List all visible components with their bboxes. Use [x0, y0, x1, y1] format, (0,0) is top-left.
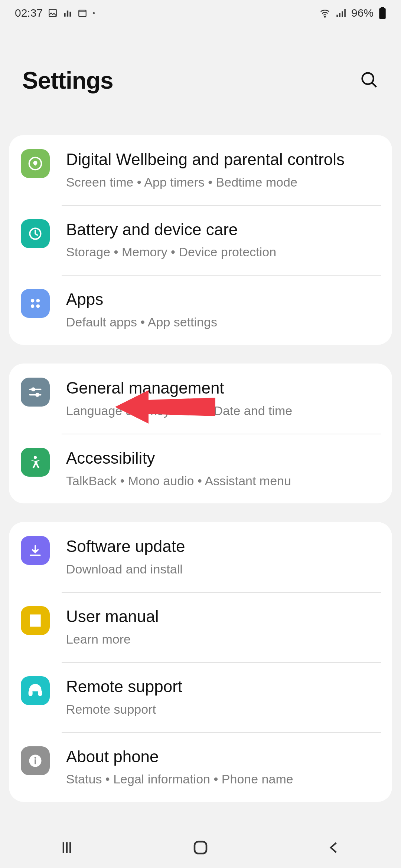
search-icon	[359, 70, 379, 89]
page-title: Settings	[22, 67, 113, 94]
svg-rect-29	[35, 759, 36, 764]
picture-icon	[48, 8, 58, 18]
row-title: General management	[66, 378, 381, 398]
settings-row-apps[interactable]: AppsDefault apps • App settings	[9, 275, 392, 345]
svg-rect-9	[344, 9, 346, 17]
svg-point-12	[362, 73, 374, 84]
row-body: Software updateDownload and install	[66, 536, 381, 578]
row-body: AppsDefault apps • App settings	[66, 289, 381, 331]
settings-row-accessibility[interactable]: AccessibilityTalkBack • Mono audio • Ass…	[9, 434, 392, 504]
search-button[interactable]	[359, 70, 379, 91]
row-title: Digital Wellbeing and parental controls	[66, 150, 381, 170]
row-subtitle: Status • Legal information • Phone name	[66, 771, 381, 788]
svg-rect-0	[49, 9, 56, 17]
svg-point-16	[31, 299, 35, 303]
svg-rect-35	[195, 842, 206, 854]
status-bar: 02:37 • 96%	[0, 0, 401, 26]
home-icon	[192, 839, 209, 857]
settings-list: Digital Wellbeing and parental controlsS…	[0, 135, 401, 802]
row-body: General managementLanguage and keyboard …	[66, 378, 381, 420]
row-title: Software update	[66, 537, 381, 556]
svg-rect-3	[69, 12, 71, 17]
svg-rect-11	[379, 8, 385, 19]
row-subtitle: Download and install	[66, 561, 381, 578]
status-left: 02:37 •	[15, 7, 95, 19]
svg-rect-2	[67, 11, 68, 17]
accessibility-icon	[21, 448, 50, 477]
svg-point-30	[35, 757, 36, 759]
support-icon	[21, 676, 50, 705]
svg-point-23	[36, 394, 39, 396]
row-title: Apps	[66, 290, 381, 309]
settings-group: Software updateDownload and install?User…	[9, 522, 392, 802]
recents-icon	[59, 839, 75, 856]
row-subtitle: Language and keyboard • Date and time	[66, 402, 381, 420]
svg-rect-26	[29, 691, 32, 696]
row-title: Remote support	[66, 677, 381, 697]
general-icon	[21, 378, 50, 407]
svg-rect-1	[64, 13, 65, 17]
svg-rect-4	[79, 10, 86, 16]
row-title: Accessibility	[66, 448, 381, 468]
system-navbar	[0, 827, 401, 868]
wellbeing-icon	[21, 149, 50, 178]
svg-text:?: ?	[36, 617, 40, 624]
svg-rect-7	[339, 13, 340, 17]
row-title: Battery and device care	[66, 220, 381, 240]
row-subtitle: Storage • Memory • Device protection	[66, 244, 381, 261]
svg-point-17	[36, 299, 40, 303]
settings-row-about[interactable]: About phoneStatus • Legal information • …	[9, 732, 392, 802]
row-body: Digital Wellbeing and parental controlsS…	[66, 149, 381, 191]
settings-group: Digital Wellbeing and parental controlsS…	[9, 135, 392, 345]
settings-row-care[interactable]: Battery and device careStorage • Memory …	[9, 205, 392, 275]
row-title: User manual	[66, 607, 381, 627]
settings-row-wellbeing[interactable]: Digital Wellbeing and parental controlsS…	[9, 135, 392, 205]
care-icon	[21, 219, 50, 248]
settings-row-manual[interactable]: ?User manualLearn more	[9, 592, 392, 662]
settings-group: General managementLanguage and keyboard …	[9, 364, 392, 503]
row-body: User manualLearn more	[66, 606, 381, 648]
svg-point-18	[31, 305, 35, 308]
row-subtitle: Screen time • App timers • Bedtime mode	[66, 174, 381, 191]
settings-row-support[interactable]: Remote supportRemote support	[9, 662, 392, 732]
row-body: Battery and device careStorage • Memory …	[66, 219, 381, 261]
about-icon	[21, 746, 50, 775]
battery-icon	[379, 7, 386, 19]
svg-point-24	[34, 456, 37, 459]
row-body: AccessibilityTalkBack • Mono audio • Ass…	[66, 448, 381, 490]
svg-point-21	[32, 388, 35, 391]
settings-row-general[interactable]: General managementLanguage and keyboard …	[9, 364, 392, 434]
settings-row-update[interactable]: Software updateDownload and install	[9, 522, 392, 592]
row-body: Remote supportRemote support	[66, 676, 381, 718]
signal-icon	[336, 8, 346, 18]
manual-icon: ?	[21, 606, 50, 635]
dot-icon: •	[92, 9, 95, 17]
calendar-icon	[78, 8, 87, 18]
status-time: 02:37	[15, 7, 43, 19]
svg-rect-6	[336, 15, 338, 17]
home-button[interactable]	[188, 835, 213, 861]
recents-button[interactable]	[54, 835, 80, 861]
back-icon	[326, 839, 342, 856]
row-body: About phoneStatus • Legal information • …	[66, 746, 381, 788]
row-subtitle: TalkBack • Mono audio • Assistant menu	[66, 473, 381, 490]
update-icon	[21, 536, 50, 565]
svg-point-5	[325, 16, 326, 17]
row-subtitle: Remote support	[66, 701, 381, 718]
row-title: About phone	[66, 747, 381, 767]
svg-point-19	[36, 305, 40, 308]
svg-rect-8	[342, 11, 343, 17]
chart-icon	[63, 8, 72, 18]
page-header: Settings	[0, 26, 401, 135]
row-subtitle: Default apps • App settings	[66, 314, 381, 331]
status-battery-text: 96%	[351, 7, 374, 19]
wifi-icon	[319, 7, 330, 19]
svg-rect-27	[39, 691, 41, 696]
svg-rect-10	[381, 7, 384, 8]
status-right: 96%	[319, 7, 386, 19]
back-button[interactable]	[321, 835, 347, 861]
svg-line-13	[372, 83, 376, 87]
row-subtitle: Learn more	[66, 631, 381, 648]
apps-icon	[21, 289, 50, 318]
